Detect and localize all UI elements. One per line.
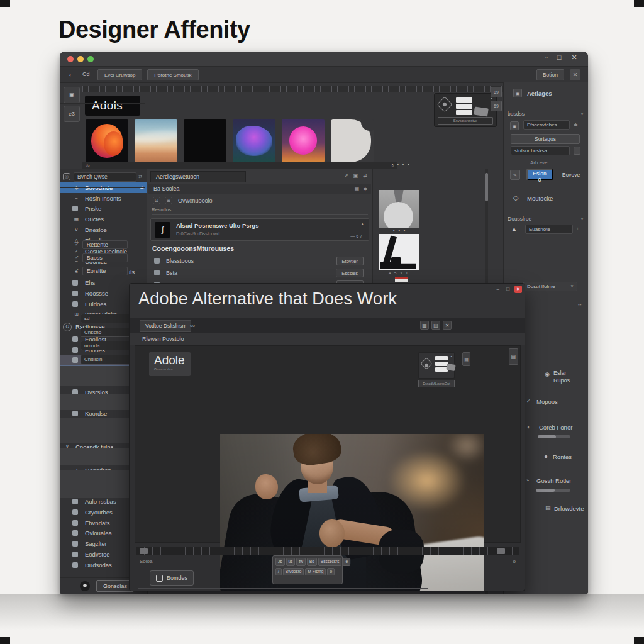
eovove-button[interactable]: Eovove <box>557 169 585 180</box>
mini-tool-button[interactable]: / <box>275 568 282 576</box>
sidebar-search[interactable]: ◎ Bvnch Qwse ⇄ <box>60 171 148 182</box>
gradient-thumbnail[interactable] <box>86 119 128 162</box>
asset-row-button[interactable]: Etovtler <box>336 257 364 265</box>
maximize-icon[interactable]: □ <box>554 53 564 61</box>
ruler-handle[interactable] <box>140 548 148 554</box>
edit-icon[interactable]: ✎ <box>510 170 520 180</box>
square-icon[interactable]: □ <box>506 286 509 292</box>
asset-row[interactable]: Blesstooos Etovtler <box>148 255 371 267</box>
mini-tool-button[interactable]: M Flsmg <box>305 568 326 576</box>
slider[interactable] <box>536 489 570 492</box>
bomdes-button[interactable]: Bomdes <box>150 570 194 586</box>
mini-tool-button[interactable]: e <box>343 558 350 566</box>
gradient-thumbnail[interactable] <box>184 119 226 162</box>
action-button[interactable]: Botion <box>536 69 564 80</box>
sortagos-button[interactable]: Sortagos <box>511 134 580 144</box>
mini-tool-button[interactable]: Btvdosro <box>283 568 304 576</box>
layers-widget[interactable]: ▪ Ssvsctonsstve <box>434 93 497 127</box>
assets-subheader[interactable]: Ba Soolea <box>148 184 371 194</box>
slider[interactable] <box>538 435 570 438</box>
panel-icon[interactable]: ▦ <box>355 186 360 192</box>
panel-icon[interactable]: ≑ <box>363 186 367 192</box>
view-icon[interactable]: ▦ <box>420 321 429 330</box>
gradient-thumbnail[interactable] <box>282 119 325 162</box>
stepper-icon[interactable]: ≑ <box>574 122 578 128</box>
asset-row-label: Blesstooos <box>166 258 194 264</box>
panel-item-label[interactable]: Drlowdevte <box>554 505 584 512</box>
panel-icon[interactable]: ↗ <box>344 173 348 179</box>
panel-icon[interactable]: ▣ <box>353 173 358 179</box>
assets-tab[interactable]: Aerdlegswetuocn <box>150 171 246 182</box>
dropdown[interactable]: Dosut lfolme <box>523 282 577 291</box>
gradient-thumbnail[interactable] <box>331 119 374 162</box>
mini-tool-button[interactable]: o <box>327 568 335 576</box>
scrollbar-handle[interactable] <box>485 173 488 201</box>
panel-item-label[interactable]: Mopoos <box>536 398 558 405</box>
text-input[interactable]: stutsor busksa <box>511 146 570 155</box>
radio-icon[interactable]: ◉ <box>545 371 550 377</box>
panel-item-label[interactable]: Moutocke <box>527 195 553 202</box>
view-icon[interactable]: ▤ <box>431 321 440 330</box>
toolbar-button[interactable]: Porotne Smoutlk <box>147 69 198 80</box>
rail-tool-frame[interactable]: ▣ <box>64 87 80 103</box>
tool-box-icon[interactable]: ⊞ <box>165 197 172 204</box>
close-icon[interactable]: ✕ <box>514 286 522 293</box>
mini-button[interactable] <box>574 147 580 155</box>
grayscale-thumbnail[interactable] <box>379 190 419 228</box>
mini-tool-button[interactable]: Bd <box>307 558 317 566</box>
sidebar-item[interactable]: ∨ Dnesloe <box>60 225 148 235</box>
side-tool-icon[interactable]: 89 <box>491 87 502 97</box>
minimize-icon[interactable]: — <box>529 53 539 61</box>
back-arrow-icon[interactable]: ← <box>67 69 76 79</box>
mini-tool-button[interactable]: us <box>286 558 296 566</box>
dialog-titlebar[interactable]: Adobe Alternative that Does Work – □ ✕ <box>130 284 525 318</box>
rail-tool-e3[interactable]: e3 <box>64 106 80 122</box>
traffic-minimize-button[interactable] <box>77 56 84 62</box>
check-item[interactable]: ✓ Baoss <box>60 251 145 264</box>
dialog-tab[interactable]: Vodtoe Dsltslnsrr <box>140 320 191 332</box>
sidebar-item[interactable]: ▦ Ouctes <box>60 214 148 225</box>
window-titlebar[interactable]: — ▫ □ ✕ <box>60 52 588 67</box>
collapse-arrow-icon[interactable]: ▴ <box>361 221 364 226</box>
panel-icon[interactable]: ⇄ <box>363 173 367 179</box>
text-input[interactable]: Euasrlote <box>525 225 573 234</box>
side-tool-icon[interactable]: 69 <box>491 101 502 111</box>
sidebar-item[interactable]: ≡ Rosln Insonts <box>60 193 148 204</box>
dialog-subtab[interactable]: Rlewsn Povstolo <box>130 333 525 345</box>
gradient-thumbnail[interactable] <box>233 119 275 162</box>
more-icon[interactable]: ** <box>578 303 581 308</box>
minimize-icon[interactable]: – <box>497 286 499 292</box>
panel-icon[interactable]: ▤ <box>509 348 518 365</box>
asset-row-button[interactable]: Esssles <box>336 269 364 277</box>
geometric-thumbnail[interactable] <box>379 234 419 270</box>
swap-icon[interactable]: ⇄ <box>138 174 142 179</box>
search-input[interactable]: Bvnch Qwse <box>74 172 136 182</box>
tool-box-icon[interactable]: ⊡ <box>153 197 160 204</box>
asset-row[interactable]: Bsta Esssles <box>148 267 371 279</box>
layers-widget[interactable]: ▪ <box>418 352 455 379</box>
toolbar-close-icon[interactable]: ✕ <box>570 69 580 80</box>
view-icon[interactable]: ✕ <box>443 321 452 330</box>
chevron-down-icon[interactable]: ∨ <box>570 284 574 289</box>
check-item[interactable]: ✓ Rettente <box>60 238 145 251</box>
chevron-down-icon[interactable]: ∨ <box>580 216 584 221</box>
traffic-close-button[interactable] <box>67 56 74 62</box>
traffic-zoom-button[interactable] <box>87 56 94 62</box>
mini-tool-button[interactable]: Bsssecsrs <box>318 558 342 566</box>
ruler-handle[interactable] <box>497 548 505 554</box>
close-icon[interactable]: ✕ <box>569 53 579 62</box>
primary-blue-button[interactable]: Eslon 0 <box>526 169 553 180</box>
gradient-thumbnail[interactable] <box>135 119 177 162</box>
mini-tool-button[interactable]: Js <box>275 558 285 566</box>
mini-tool-button[interactable]: tw <box>296 558 306 566</box>
restore-icon[interactable]: ▫ <box>541 53 552 61</box>
panel-icon[interactable]: ▤ <box>462 352 470 366</box>
toolbar-button[interactable]: Evei Cruwsop <box>97 69 142 80</box>
thumbnail-scroll-strip[interactable]: t/o o <box>82 162 397 169</box>
check-item[interactable]: ✓ Eorsltte <box>60 264 145 277</box>
text-input[interactable]: Efscesvtebes <box>523 120 570 130</box>
asset-card[interactable]: ʃ Alsud Posnenswe Ulto Psrgs D.0Cw-i9.uD… <box>150 218 369 241</box>
check-icon[interactable]: ✓ <box>526 398 531 404</box>
panel-item-label[interactable]: Rontes <box>553 453 572 460</box>
chevron-down-icon[interactable]: ∨ <box>580 111 584 116</box>
